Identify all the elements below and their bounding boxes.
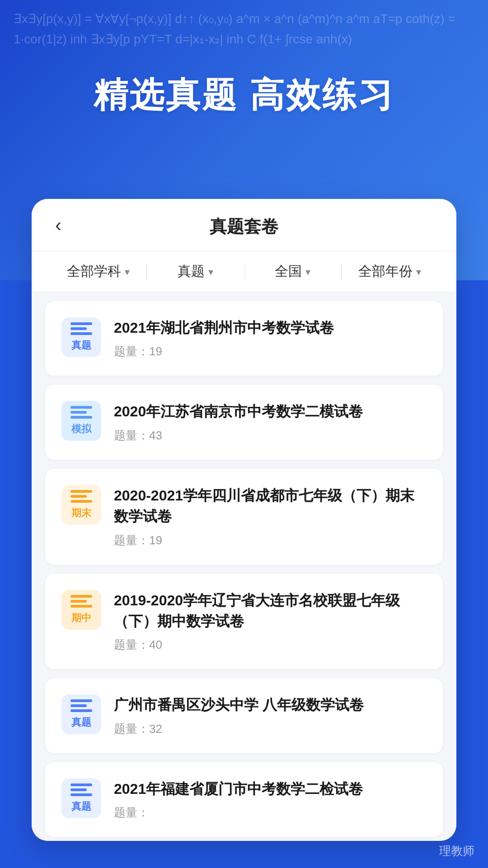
badge-line <box>70 699 92 702</box>
filter-year-arrow: ▾ <box>416 266 421 278</box>
badge-line <box>70 595 92 598</box>
filter-region[interactable]: 全国 ▾ <box>244 262 341 281</box>
badge-qimo-2: 期末 <box>61 485 101 525</box>
badge-lines <box>70 699 92 712</box>
item-content: 2020-2021学年四川省成都市七年级（下）期末数学试卷 题量：19 <box>114 485 427 548</box>
badge-line <box>70 788 87 791</box>
badge-line <box>70 332 92 335</box>
badge-line <box>70 416 92 419</box>
item-content: 广州市番禺区沙头中学 八年级数学试卷 题量：32 <box>114 694 427 736</box>
list-item[interactable]: 真题 2021年湖北省荆州市中考数学试卷 题量：19 <box>45 301 443 376</box>
badge-moni-1: 模拟 <box>61 401 101 441</box>
badge-label: 模拟 <box>71 422 91 436</box>
item-title: 2019-2020学年辽宁省大连市名校联盟七年级（下）期中数学试卷 <box>114 590 427 632</box>
item-content: 2019-2020学年辽宁省大连市名校联盟七年级（下）期中数学试卷 题量：40 <box>114 590 427 653</box>
filter-region-label: 全国 <box>275 262 302 281</box>
exam-list: 真题 2021年湖北省荆州市中考数学试卷 题量：19 模拟 2020年江苏省南 <box>32 292 456 841</box>
badge-line <box>70 793 92 796</box>
filter-year[interactable]: 全部年份 ▾ <box>342 262 438 281</box>
item-content: 2021年福建省厦门市中考数学二检试卷 题量： <box>114 778 427 821</box>
item-count: 题量：40 <box>114 637 427 653</box>
badge-label: 真题 <box>71 716 91 729</box>
list-item[interactable]: 真题 2021年福建省厦门市中考数学二检试卷 题量： <box>45 762 443 837</box>
item-content: 2020年江苏省南京市中考数学二模试卷 题量：43 <box>114 401 427 443</box>
filter-year-label: 全部年份 <box>358 262 413 281</box>
item-content: 2021年湖北省荆州市中考数学试卷 题量：19 <box>114 317 427 359</box>
page-title: 真题套卷 <box>210 215 278 238</box>
main-card: ‹ 真题套卷 全部学科 ▾ 真题 ▾ 全国 ▾ 全部年份 ▾ <box>32 199 456 841</box>
badge-line <box>70 322 92 325</box>
list-item[interactable]: 真题 广州市番禺区沙头中学 八年级数学试卷 题量：32 <box>45 678 443 753</box>
badge-line <box>70 411 87 414</box>
item-count: 题量：19 <box>114 533 427 548</box>
badge-lines <box>70 490 92 503</box>
badge-line <box>70 783 92 786</box>
badge-label: 期中 <box>71 611 91 625</box>
list-item[interactable]: 模拟 2020年江苏省南京市中考数学二模试卷 题量：43 <box>45 385 443 459</box>
badge-lines <box>70 783 92 796</box>
list-item[interactable]: 期末 2020-2021学年四川省成都市七年级（下）期末数学试卷 题量：19 <box>45 469 443 565</box>
filter-subject-arrow: ▾ <box>125 266 130 278</box>
badge-line <box>70 605 92 608</box>
badge-qizhong-3: 期中 <box>61 590 101 630</box>
card-header: ‹ 真题套卷 <box>32 199 456 251</box>
filter-region-arrow: ▾ <box>305 266 310 278</box>
item-count: 题量：19 <box>114 344 427 359</box>
badge-line <box>70 709 92 712</box>
filter-type-arrow: ▾ <box>208 266 213 278</box>
badge-zhenti-0: 真题 <box>61 317 101 357</box>
badge-lines <box>70 595 92 608</box>
list-item[interactable]: 期中 2019-2020学年辽宁省大连市名校联盟七年级（下）期中数学试卷 题量：… <box>45 574 443 670</box>
item-count: 题量：43 <box>114 428 427 443</box>
item-title: 2021年湖北省荆州市中考数学试卷 <box>114 317 427 338</box>
badge-line <box>70 600 87 603</box>
badge-zhenti-4: 真题 <box>61 694 101 734</box>
watermark: 理教师 <box>439 843 474 859</box>
badge-line <box>70 704 87 707</box>
item-title: 广州市番禺区沙头中学 八年级数学试卷 <box>114 694 427 715</box>
item-title: 2021年福建省厦门市中考数学二检试卷 <box>114 778 427 799</box>
item-title: 2020年江苏省南京市中考数学二模试卷 <box>114 401 427 422</box>
badge-label: 期末 <box>71 506 91 520</box>
badge-lines <box>70 406 92 419</box>
badge-line <box>70 406 92 409</box>
badge-line <box>70 500 92 503</box>
badge-line <box>70 495 87 498</box>
back-button[interactable]: ‹ <box>50 211 67 240</box>
badge-label: 真题 <box>71 800 91 813</box>
filter-type-label: 真题 <box>178 262 205 281</box>
item-count: 题量： <box>114 805 427 821</box>
hero-title: 精选真题 高效练习 <box>0 72 488 119</box>
badge-line <box>70 490 92 493</box>
filter-subject[interactable]: 全部学科 ▾ <box>50 262 146 281</box>
badge-zhenti-5: 真题 <box>61 778 101 818</box>
filter-bar: 全部学科 ▾ 真题 ▾ 全国 ▾ 全部年份 ▾ <box>32 251 456 292</box>
item-count: 题量：32 <box>114 721 427 737</box>
badge-label: 真题 <box>71 339 91 352</box>
badge-lines <box>70 322 92 335</box>
filter-type[interactable]: 真题 ▾ <box>147 262 244 281</box>
filter-subject-label: 全部学科 <box>67 262 121 281</box>
item-title: 2020-2021学年四川省成都市七年级（下）期末数学试卷 <box>114 485 427 527</box>
badge-line <box>70 327 87 330</box>
